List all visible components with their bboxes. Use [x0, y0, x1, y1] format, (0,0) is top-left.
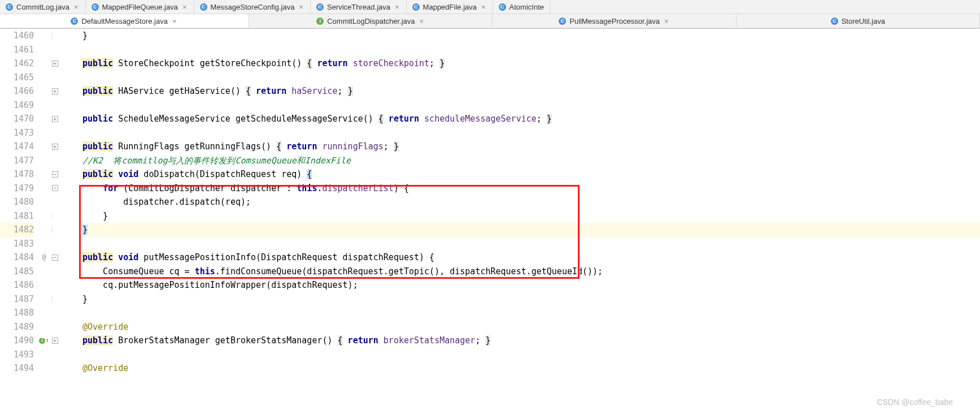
fold-column: ⎸++++−−⎸⎸−⎸+ — [50, 29, 60, 376]
tab-CommitLogDispatcher-java[interactable]: ICommitLogDispatcher.java× — [249, 14, 493, 28]
code-line[interactable]: public ScheduleMessageService getSchedul… — [82, 112, 980, 126]
override-marker-icon: I↑ — [38, 334, 50, 348]
close-icon[interactable]: × — [419, 17, 425, 25]
tab-ServiceThread-java[interactable]: CServiceThread.java× — [311, 0, 407, 14]
close-icon[interactable]: × — [394, 3, 400, 11]
fold-guide-icon: ⎸ — [50, 29, 60, 43]
code-line[interactable]: public void doDispatch(DispatchRequest r… — [82, 167, 980, 182]
code-line[interactable]: ConsumeQueue cq = this.findConsumeQueue(… — [82, 265, 980, 279]
code-line[interactable] — [82, 71, 980, 85]
code-line[interactable] — [82, 126, 980, 140]
class-icon: C — [92, 3, 99, 11]
class-icon: C — [71, 18, 78, 25]
tab-label: AtomicInte — [509, 3, 544, 11]
tab-MessageStoreConfig-java[interactable]: CMessageStoreConfig.java× — [194, 0, 311, 14]
fold-collapse-icon[interactable]: − — [50, 182, 60, 196]
close-icon[interactable]: × — [171, 17, 178, 25]
code-line[interactable]: //K2 将commitlog与入的事件转发到ComsumeQueue和Inde… — [82, 154, 980, 168]
class-icon: C — [499, 3, 506, 11]
line-number: 1481 — [0, 209, 34, 223]
code-line[interactable]: dispatcher.dispatch(req); — [82, 195, 980, 209]
fold-guide-icon: ⎸ — [50, 292, 60, 307]
fold-toggle-icon[interactable]: + — [50, 84, 60, 98]
line-number: 1470 — [0, 112, 34, 126]
code-line[interactable]: } — [82, 223, 980, 237]
class-icon: C — [316, 3, 324, 11]
code-editor[interactable]: 1460146114621465146614691470147314741477… — [0, 29, 980, 376]
code-line[interactable]: for (CommitLogDispatcher dispatcher : th… — [82, 182, 980, 196]
line-number: 1473 — [0, 126, 34, 140]
line-number: 1460 — [0, 29, 34, 43]
fold-toggle-icon[interactable]: + — [50, 57, 60, 71]
line-number: 1466 — [0, 84, 34, 98]
tab-PullMessageProcessor-java[interactable]: CPullMessageProcessor.java× — [493, 14, 736, 28]
close-icon[interactable]: × — [298, 3, 304, 11]
code-line[interactable]: } — [82, 29, 980, 43]
tab-label: MappedFileQueue.java — [102, 3, 178, 11]
code-line[interactable] — [82, 237, 980, 251]
fold-collapse-icon[interactable]: − — [50, 251, 60, 265]
code-line[interactable]: public StoreCheckpoint getStoreCheckpoin… — [82, 57, 980, 71]
at-marker-icon: @ — [38, 251, 50, 265]
line-number: 1477 — [0, 154, 34, 168]
code-line[interactable]: public HAService getHaService() { return… — [82, 84, 980, 98]
line-number: 1478 — [0, 167, 34, 182]
class-icon: C — [200, 3, 207, 11]
tab-label: CommitLog.java — [16, 3, 69, 11]
code-line[interactable]: @Override — [82, 361, 980, 376]
code-line[interactable]: } — [82, 292, 980, 307]
interface-icon: I — [316, 18, 324, 25]
code-line[interactable]: public void putMessagePositionInfo(Dispa… — [82, 251, 980, 265]
line-number: 1479 — [0, 182, 34, 196]
class-icon: C — [559, 18, 566, 25]
close-icon[interactable]: × — [181, 3, 188, 11]
code-line[interactable] — [82, 98, 980, 113]
close-icon[interactable]: × — [73, 3, 80, 11]
fold-toggle-icon[interactable]: + — [50, 334, 60, 348]
line-number: 1462 — [0, 57, 34, 71]
line-number: 1490 — [0, 334, 34, 348]
tab-MappedFileQueue-java[interactable]: CMappedFileQueue.java× — [86, 0, 194, 14]
code-line[interactable]: public BrokerStatsManager getBrokerStats… — [82, 334, 980, 348]
tab-DefaultMessageStore-java[interactable]: CDefaultMessageStore.java× — [0, 14, 249, 28]
code-area[interactable]: }public StoreCheckpoint getStoreCheckpoi… — [60, 29, 980, 376]
tab-label: DefaultMessageStore.java — [81, 17, 167, 25]
fold-guide-icon: ⎸ — [50, 209, 60, 223]
line-number: 1488 — [0, 306, 34, 320]
tab-label: CommitLogDispatcher.java — [327, 17, 415, 25]
tab-label: StoreUtil.java — [842, 17, 885, 25]
close-icon[interactable]: × — [663, 17, 670, 25]
class-icon: C — [6, 3, 13, 11]
fold-toggle-icon[interactable]: + — [50, 140, 60, 154]
line-number: 1469 — [0, 98, 34, 113]
tab-StoreUtil-java[interactable]: CStoreUtil.java — [737, 14, 980, 28]
tab-label: ServiceThread.java — [327, 3, 390, 11]
code-line[interactable] — [82, 348, 980, 362]
close-icon[interactable]: × — [480, 3, 487, 11]
line-number: 1487 — [0, 292, 34, 307]
class-icon: C — [831, 18, 838, 25]
tab-row-1: CCommitLog.java×CMappedFileQueue.java×CM… — [0, 0, 980, 14]
class-icon: C — [412, 3, 420, 11]
code-line[interactable]: cq.putMessagePositionInfoWrapper(dispatc… — [82, 278, 980, 292]
tab-label: MessageStoreConfig.java — [211, 3, 295, 11]
line-number: 1494 — [0, 361, 34, 376]
line-number: 1483 — [0, 237, 34, 251]
fold-toggle-icon[interactable]: + — [50, 112, 60, 126]
tab-CommitLog-java[interactable]: CCommitLog.java× — [0, 0, 86, 14]
code-line[interactable] — [82, 43, 980, 57]
line-number: 1486 — [0, 278, 34, 292]
tab-MappedFile-java[interactable]: CMappedFile.java× — [407, 0, 493, 14]
line-number: 1484 — [0, 251, 34, 265]
fold-collapse-icon[interactable]: − — [50, 167, 60, 182]
code-line[interactable]: } — [82, 209, 980, 223]
tab-AtomicInte[interactable]: CAtomicInte — [493, 0, 550, 14]
line-number: 1480 — [0, 195, 34, 209]
fold-guide-icon: ⎸ — [50, 223, 60, 237]
tab-row-2: CDefaultMessageStore.java×ICommitLogDisp… — [0, 14, 980, 28]
line-number: 1485 — [0, 265, 34, 279]
code-line[interactable]: @Override — [82, 320, 980, 334]
line-number: 1474 — [0, 140, 34, 154]
code-line[interactable] — [82, 306, 980, 320]
code-line[interactable]: public RunningFlags getRunningFlags() { … — [82, 140, 980, 154]
